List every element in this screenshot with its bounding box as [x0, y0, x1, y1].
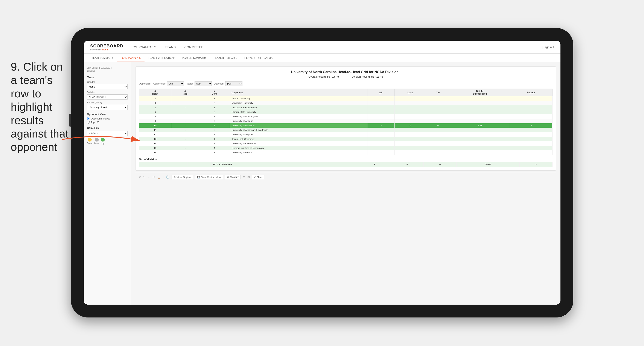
sign-out-area: | Sign out: [542, 45, 554, 49]
team-section-title: Team: [87, 76, 128, 79]
region-filter: Region (All): [186, 81, 212, 86]
table-row[interactable]: 2-1 Auburn University: [139, 96, 552, 101]
out-div-row[interactable]: NCAA Division II 1 0 0 26.00 3: [139, 162, 552, 167]
view-icon: 👁: [174, 176, 176, 178]
logo-area: SCOREBOARD Powered by clippi: [90, 43, 123, 51]
tablet-frame: SCOREBOARD Powered by clippi TOURNAMENTS…: [71, 28, 573, 318]
watch-icon: 👁: [227, 176, 229, 178]
sub-nav-team-h2h-heatmap[interactable]: TEAM H2H HEATMAP: [144, 54, 178, 62]
toolbar-icon-clock[interactable]: 🕐: [166, 175, 170, 179]
sub-nav-team-h2h-grid[interactable]: TEAM H2H GRID: [116, 54, 144, 62]
legend-down-dot: [88, 138, 92, 142]
sub-nav-team-summary[interactable]: TEAM SUMMARY: [88, 54, 116, 62]
grid-records: Overall Record: 89 - 17 - 0 Division Rec…: [139, 75, 552, 78]
instruction-body: Click on a team's row to highlight resul…: [11, 60, 68, 153]
opponents-filter-label: Opponents:: [139, 82, 151, 85]
filter-row: Opponents: Conference (All) Region (All): [139, 81, 552, 86]
logo-powered: Powered by clippi: [90, 48, 123, 51]
toolbar: ↩ ↪ ← ✂ 📋 • 🕐 👁 View: Original 💾 Save Cu…: [135, 173, 556, 181]
opponent-view-title: Opponent View: [87, 113, 128, 116]
opponent-filter: Opponent (All): [214, 81, 242, 86]
h2h-table: #Rank #Reg #Conf Opponent Win Loss Tie D…: [139, 89, 552, 155]
right-main: University of North Carolina Head-to-Hea…: [131, 62, 560, 305]
legend: Down Level Up: [87, 138, 128, 145]
out-of-division-table: NCAA Division II 1 0 0 26.00 3: [139, 162, 552, 167]
division-label: Division: [87, 91, 128, 93]
division-record: Division Record: 88 - 17 - 0: [352, 75, 383, 78]
sub-nav-player-h2h-heatmap[interactable]: PLAYER H2H HEATMAP: [241, 54, 278, 62]
colour-by-select[interactable]: Win/loss: [87, 131, 128, 136]
nav-tournaments[interactable]: TOURNAMENTS: [132, 45, 156, 49]
watch-btn[interactable]: 👁 Watch ▾: [225, 175, 241, 179]
save-icon: 💾: [197, 176, 200, 178]
tablet-screen: SCOREBOARD Powered by clippi TOURNAMENTS…: [84, 41, 560, 305]
tablet-side-button: [69, 114, 71, 127]
back-icon[interactable]: ←: [148, 175, 150, 179]
radio-top-100[interactable]: Top 100: [87, 121, 128, 124]
sub-nav-player-summary[interactable]: PLAYER SUMMARY: [178, 54, 210, 62]
sub-nav: TEAM SUMMARY TEAM H2H GRID TEAM H2H HEAT…: [84, 54, 560, 62]
gender-select[interactable]: Men's: [87, 84, 128, 89]
col-rank: #Rank: [139, 89, 171, 96]
main-content: Last Updated: 27/03/2024 16:55:38 Team G…: [84, 62, 560, 305]
toolbar-icon-extra2[interactable]: ⊠: [248, 175, 250, 179]
table-body: 2-1 Auburn University 3-2 Vanderbilt Uni…: [139, 96, 552, 155]
table-row[interactable]: 12-3 University of Virginia: [139, 132, 552, 137]
share-btn[interactable]: ↗ Share: [252, 175, 265, 179]
table-row[interactable]: 4-1 Arizona State University: [139, 105, 552, 110]
conference-select[interactable]: (All): [167, 81, 184, 86]
view-original-btn[interactable]: 👁 View: Original: [172, 175, 193, 179]
table-row-highlighted[interactable]: 10-5 University of Alabama 3002.618: [139, 123, 552, 128]
nav-teams[interactable]: TEAMS: [165, 45, 176, 49]
radio-opponents-played[interactable]: Opponents Played: [87, 117, 128, 120]
left-panel: Last Updated: 27/03/2024 16:55:38 Team G…: [84, 62, 131, 305]
col-tie: Tie: [426, 89, 450, 96]
col-opponent: Opponent: [230, 89, 368, 96]
last-updated: Last Updated: 27/03/2024 16:55:38: [87, 66, 128, 72]
toolbar-icon-dot[interactable]: •: [163, 175, 164, 179]
school-select[interactable]: University of Nort...: [87, 105, 128, 110]
col-conf: #Conf: [199, 89, 230, 96]
table-row[interactable]: 14-2 University of Oklahoma: [139, 141, 552, 146]
table-row[interactable]: 6-2 Florida State University: [139, 110, 552, 114]
instruction-text: 9. Click on a team's row to highlight re…: [11, 60, 71, 154]
table-header: #Rank #Reg #Conf Opponent Win Loss Tie D…: [139, 89, 552, 96]
table-row[interactable]: 9-3 University of Arizona: [139, 119, 552, 123]
table-row[interactable]: 8-2 University of Washington: [139, 114, 552, 119]
toolbar-icon-paste[interactable]: 📋: [157, 175, 160, 179]
table-row[interactable]: 16-3 University of Florida: [139, 150, 552, 155]
undo-icon[interactable]: ↩: [139, 175, 141, 179]
grid-container: University of North Carolina Head-to-Hea…: [135, 66, 556, 171]
col-reg: #Reg: [171, 89, 199, 96]
nav-committee[interactable]: COMMITTEE: [184, 45, 204, 49]
sign-out-link[interactable]: Sign out: [544, 45, 554, 49]
col-diff: Diff AvStrokes/Rnd: [450, 89, 510, 96]
grid-title: University of North Carolina Head-to-Hea…: [139, 70, 552, 74]
col-win: Win: [368, 89, 395, 96]
toolbar-icon-extra1[interactable]: ⊞: [243, 175, 245, 179]
region-select[interactable]: (All): [194, 81, 212, 86]
legend-level: Level: [94, 138, 100, 145]
nav-links: TOURNAMENTS TEAMS COMMITTEE: [132, 45, 542, 49]
division-select[interactable]: NCAA Division I: [87, 94, 128, 99]
col-rounds: Rounds: [510, 89, 552, 96]
nav-bar: SCOREBOARD Powered by clippi TOURNAMENTS…: [84, 41, 560, 54]
conference-filter: Conference (All): [153, 81, 184, 86]
overall-record: Overall Record: 89 - 17 - 0: [308, 75, 339, 78]
legend-up: Up: [101, 138, 105, 145]
legend-down: Down: [87, 138, 92, 145]
sub-nav-player-h2h-grid[interactable]: PLAYER H2H GRID: [210, 54, 241, 62]
logo-scoreboard: SCOREBOARD: [90, 43, 123, 48]
school-label: School (Rank): [87, 101, 128, 104]
table-row[interactable]: 13-1 Texas Tech University: [139, 137, 552, 141]
radio-group: Opponents Played Top 100: [87, 117, 128, 124]
gender-label: Gender: [87, 81, 128, 83]
out-of-division-header: Out of division: [139, 158, 552, 161]
redo-icon[interactable]: ↪: [143, 175, 146, 179]
table-row[interactable]: 11-6 University of Arkansas, Fayettevill…: [139, 128, 552, 132]
toolbar-icon-scissors[interactable]: ✂: [153, 175, 155, 179]
table-row[interactable]: 3-2 Vanderbilt University: [139, 101, 552, 105]
save-custom-btn[interactable]: 💾 Save Custom View: [195, 175, 223, 179]
table-row[interactable]: 15-4 Georgia Institute of Technology: [139, 146, 552, 150]
opponent-select[interactable]: (All): [225, 81, 242, 86]
